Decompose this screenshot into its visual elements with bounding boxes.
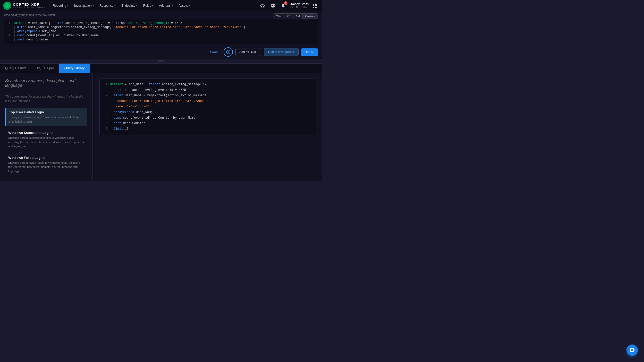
schedule-button[interactable]	[224, 47, 233, 57]
chevron-down-icon: ▾	[136, 4, 138, 7]
chevron-down-icon: ▾	[152, 4, 153, 7]
time-filter: 24H 7D 1M Custom	[274, 13, 318, 19]
preview-line-6: 6 | limit 10	[103, 126, 313, 132]
time-btn-1m[interactable]: 1M	[293, 14, 303, 19]
code-preview-panel: 1 dataset = edr_data | filter action_evt…	[94, 73, 322, 181]
query-item-desc: This query shows the top 10 users by the…	[9, 115, 84, 124]
time-btn-24h[interactable]: 24H	[274, 14, 284, 19]
settings-icon[interactable]	[269, 2, 276, 9]
code-line-4: 4 | comp count(event_id) as Counter by U…	[4, 33, 318, 38]
tab-query-results[interactable]: Query Results	[0, 64, 31, 73]
chevron-down-icon: ▾	[172, 4, 173, 7]
query-item-title: Windows Failed Logins	[8, 156, 84, 160]
notification-count: 1	[284, 1, 287, 5]
editor-area: Start typing your search in the box belo…	[0, 11, 322, 45]
nav-item-investigation[interactable]: Investigation ▾	[72, 2, 96, 9]
notifications-button[interactable]: 1	[279, 2, 287, 9]
query-item-title: Windows Successful Logins	[8, 131, 84, 135]
code-line-3: 3 | arrayexpand User_Name	[4, 29, 318, 33]
clear-button[interactable]: Clear	[207, 49, 221, 56]
search-hint: Start typing your search in the box belo…	[4, 13, 55, 16]
nav-item-response[interactable]: Response ▾	[97, 2, 118, 9]
user-org: Palo Alto Netw...	[290, 6, 309, 9]
logo-icon	[3, 2, 11, 10]
logo-subtitle: BY PALO ALTO NETWORKS	[13, 6, 45, 9]
search-box-label: Search query names, descriptions and lan…	[5, 79, 87, 88]
preview-line-2: 2 | alter User_Name = regextract(action_…	[103, 93, 313, 110]
preview-line-5: 5 | sort desc Counter	[103, 121, 313, 126]
chevron-down-icon: ▾	[189, 4, 190, 7]
tab-query-library[interactable]: Query Library	[59, 64, 90, 73]
query-item-top-user-failed-login[interactable]: Top User Failed Login This query shows t…	[5, 108, 87, 126]
nav-menu: Reporting ▾ Investigation ▾ Response ▾ E…	[50, 2, 259, 9]
run-button[interactable]: Run	[301, 48, 318, 56]
user-name: Kasey Cross	[291, 2, 309, 6]
logo-text: CORTEX XDR BY PALO ALTO NETWORKS	[13, 3, 45, 9]
code-line-2: 2 | alter User_Name = regextract(action_…	[4, 25, 318, 29]
time-btn-7d[interactable]: 7D	[284, 14, 293, 19]
code-line-5: 5 | sort desc_Counter	[4, 38, 318, 42]
query-item-windows-successful-logins[interactable]: Windows Successful Logins Showing parsed…	[5, 128, 87, 151]
tabs-bar: Query Results XQL Helper Query Library	[0, 64, 322, 73]
top-navigation: CORTEX XDR BY PALO ALTO NETWORKS Reporti…	[0, 0, 322, 11]
add-bioc-button[interactable]: Add as BIOC	[235, 48, 261, 56]
query-item-windows-failed-logins[interactable]: Windows Failed Logins Showing parsed fai…	[5, 153, 87, 176]
code-editor[interactable]: 1 dataset = edr_data | filter action_evt…	[4, 19, 318, 44]
nav-item-addons[interactable]: Add-ons ▾	[156, 2, 175, 9]
query-item-desc: Showing parsed failed logins to Windows …	[8, 161, 84, 174]
svg-point-0	[5, 4, 9, 8]
query-library-panel: Search query names, descriptions and lan…	[0, 73, 93, 181]
logo: CORTEX XDR BY PALO ALTO NETWORKS	[3, 2, 45, 10]
code-line-1: 1 dataset = edr_data | filter action_evt…	[4, 21, 318, 25]
user-info: Kasey Cross Palo Alto Netw...	[290, 2, 309, 9]
chevron-down-icon: ▾	[114, 4, 116, 7]
main-content: Search query names, descriptions and lan…	[0, 73, 322, 181]
preview-description: This query looks for a process that chan…	[5, 94, 87, 104]
nav-item-assets[interactable]: Assets ▾	[176, 2, 193, 9]
resize-handle[interactable]	[0, 59, 322, 64]
preview-line-4: 4 | comp count(event_id) as Counter by U…	[103, 115, 313, 121]
github-icon[interactable]	[259, 2, 266, 9]
app-grid-icon[interactable]	[312, 2, 319, 9]
nav-item-rules[interactable]: Rules ▾	[141, 2, 156, 9]
run-background-button[interactable]: Run in background	[264, 48, 299, 56]
preview-line-3: 3 | arrayexpand User_Name	[103, 110, 313, 115]
code-preview: 1 dataset = edr_data | filter action_evt…	[99, 79, 317, 135]
query-item-desc: Showing parsed successful logins to Wind…	[8, 136, 84, 149]
toolbar: Clear Add as BIOC Run in background Run	[0, 45, 322, 59]
time-btn-custom[interactable]: Custom	[303, 14, 318, 19]
logo-title: CORTEX XDR	[13, 3, 45, 6]
search-box-container: Search query names, descriptions and lan…	[5, 79, 87, 91]
nav-item-reporting[interactable]: Reporting ▾	[50, 2, 71, 9]
query-item-title: Top User Failed Login	[9, 110, 84, 114]
preview-line-1: 1 dataset = edr_data | filter action_evt…	[103, 82, 313, 93]
chevron-down-icon: ▾	[67, 4, 69, 7]
tab-xql-helper[interactable]: XQL Helper	[31, 64, 59, 73]
nav-right: 1 Kasey Cross Palo Alto Netw...	[259, 2, 319, 9]
chevron-down-icon: ▾	[92, 4, 94, 7]
nav-item-endpoints[interactable]: Endpoints ▾	[119, 2, 140, 9]
